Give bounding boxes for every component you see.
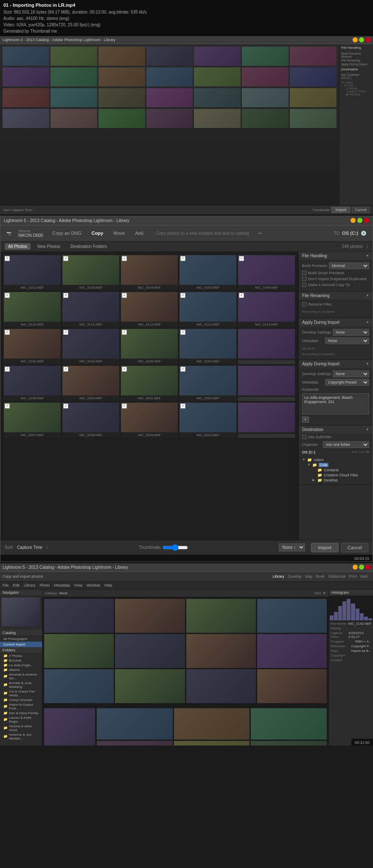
keywords-textarea[interactable]: La Jolla engagement, Beach Engagement, 2… — [302, 393, 369, 415]
lr-minimize-btn[interactable] — [353, 565, 358, 570]
close-btn[interactable] — [364, 218, 369, 223]
none-select[interactable]: None ↕ — [279, 543, 305, 551]
lr-folder-0[interactable]: 📁# Photos — [0, 654, 42, 658]
lr-tab-library[interactable]: Library — [273, 574, 285, 579]
menu-edit[interactable]: Edit — [13, 583, 20, 587]
lr-folder-6[interactable]: 📁Cal & Gracie Fan Wedd... — [0, 689, 42, 698]
lr-photo-cell-3[interactable] — [257, 599, 327, 633]
apply-during-import-header-1[interactable]: Apply During Import ▼ — [299, 318, 373, 326]
photo-check-10[interactable]: ✓ — [5, 330, 10, 335]
photo-grid-area[interactable]: ✓NIC_3102.NEF✓NIC_3103.NEF✓NIC_3104.NEF✓… — [0, 252, 298, 540]
mode-copy[interactable]: Copy — [89, 230, 106, 236]
photo-item-0[interactable]: ✓NIC_3102.NEF — [4, 255, 61, 290]
file-renaming-header[interactable]: File Renaming ▼ — [299, 292, 373, 300]
lr-photo-cell-10[interactable] — [186, 669, 256, 703]
lr-tab-print[interactable]: Print — [349, 574, 357, 579]
lr-close-btn[interactable] — [365, 565, 370, 570]
minimize-btn[interactable] — [351, 218, 356, 223]
photo-item-20[interactable]: ✓NIC_3207.NEF — [4, 403, 61, 438]
thumbnail-range-slider[interactable] — [163, 544, 188, 551]
lr-photo-cell-0[interactable] — [44, 599, 114, 633]
lr-folder-5[interactable]: 📁Arrivals & June Wedding — [0, 681, 42, 689]
tree-users[interactable]: ▼ 📁 Users — [302, 457, 369, 462]
photo-check-6[interactable]: ✓ — [63, 293, 68, 298]
photo-check-3[interactable]: ✓ — [180, 256, 185, 261]
lr-folder-7[interactable]: 📁Cheryl Ohanian — [0, 698, 42, 702]
lr-prev-2[interactable] — [97, 708, 173, 740]
tab-destination-folders[interactable]: Destination Folders — [67, 243, 110, 250]
lr-folder-11[interactable]: 📁Victoria & other shoot — [0, 724, 42, 732]
photo-item-9[interactable]: ✓NIC_3114.NEF — [238, 292, 295, 327]
destination-header[interactable]: Destination ▼ — [299, 426, 373, 434]
lr-folders-title[interactable]: Folders — [0, 647, 42, 654]
photo-item-24[interactable] — [238, 403, 295, 438]
lr-tab-web[interactable]: Web — [360, 574, 368, 579]
lr-folder-12[interactable]: 📁Vivienne & Jon Weddin... — [0, 732, 42, 741]
photo-check-23[interactable]: ✓ — [180, 403, 185, 409]
tree-cole[interactable]: ▼ 📁 Cole — [307, 462, 369, 467]
lr-folder-10[interactable]: 📁Lauren & Keith Engla... — [0, 715, 42, 724]
lr-tab-map[interactable]: Map — [305, 574, 313, 579]
photo-item-11[interactable]: ✓NIC_3192.NEF — [62, 329, 119, 364]
lr-catalog-all[interactable]: All Photographs — [0, 636, 42, 642]
build-previews-select[interactable]: Minimal — [329, 262, 369, 269]
mode-move[interactable]: Move — [111, 230, 127, 236]
photo-check-9[interactable]: ✓ — [239, 293, 244, 298]
menu-library[interactable]: Library — [24, 583, 36, 587]
top-close-btn[interactable] — [365, 37, 370, 42]
photo-item-13[interactable]: ✓NIC_3194.NEF — [179, 329, 236, 364]
lr-large-preview-1[interactable] — [44, 708, 95, 746]
lr-catalog-current[interactable]: Current Import — [0, 642, 42, 647]
lr-photo-cell-2[interactable] — [186, 599, 256, 633]
file-handling-header[interactable]: File Handling ▼ — [299, 252, 373, 260]
lr-photo-cell-1[interactable] — [115, 599, 185, 633]
photo-check-22[interactable]: ✓ — [122, 403, 127, 409]
photo-item-16[interactable]: ✓NIC_3200.NEF — [62, 366, 119, 401]
photo-item-5[interactable]: ✓NIC_3110.NEF — [4, 292, 61, 327]
photo-check-16[interactable]: ✓ — [63, 367, 68, 372]
photo-check-15[interactable]: ✓ — [5, 367, 10, 372]
photo-item-2[interactable]: ✓NIC_3104.NEF — [121, 255, 178, 290]
make-second-copy-checkbox[interactable] — [302, 283, 306, 287]
sort-value[interactable]: Capture Time — [17, 545, 42, 550]
build-smart-previews-checkbox[interactable] — [302, 271, 306, 275]
photo-item-6[interactable]: ✓NIC_3111.NEF — [62, 292, 119, 327]
import-button[interactable]: Import — [311, 543, 339, 552]
menu-file[interactable]: File — [3, 583, 9, 587]
mode-copy-dng[interactable]: Copy an DNG — [50, 230, 84, 236]
tree-desktop[interactable]: ▶ 📁 Desktop — [312, 478, 369, 483]
lr-folder-2[interactable]: 📁La Jolla Engla... — [0, 663, 42, 668]
photo-item-22[interactable]: ✓NIC_3209.NEF — [121, 403, 178, 438]
photo-check-18[interactable]: ✓ — [180, 367, 185, 372]
lr-folder-3[interactable]: 📁Alberta — [0, 668, 42, 672]
tab-new-photos[interactable]: New Photos — [34, 243, 64, 250]
lr-tab-develop[interactable]: Develop — [288, 574, 302, 579]
lr-photo-cell-5[interactable] — [115, 634, 185, 668]
lr-folder-8[interactable]: 📁Import to Export Prob... — [0, 702, 42, 711]
menu-view[interactable]: View — [74, 583, 82, 587]
photo-check-12[interactable]: ✓ — [122, 330, 127, 335]
photo-item-14[interactable] — [238, 329, 295, 364]
photo-check-11[interactable]: ✓ — [63, 330, 68, 335]
menu-window[interactable]: Window — [87, 583, 100, 587]
lr-photo-cell-4[interactable] — [44, 634, 114, 668]
photo-item-1[interactable]: ✓NIC_3103.NEF — [62, 255, 119, 290]
top-maximize-btn[interactable] — [359, 37, 364, 42]
photo-item-3[interactable]: ✓NIC_3105.NEF — [179, 255, 236, 290]
develop-settings-select-2[interactable]: None — [333, 370, 369, 377]
lr-photo-cell-7[interactable] — [257, 634, 327, 668]
photo-item-10[interactable]: ✓NIC_3191.NEF — [4, 329, 61, 364]
lr-maximize-btn[interactable] — [359, 565, 364, 570]
menu-help[interactable]: Help — [104, 583, 112, 587]
lr-photo-cell-11[interactable] — [257, 669, 327, 703]
lr-folder-9[interactable]: 📁Ken & Dana Family — [0, 711, 42, 715]
top-minimize-btn[interactable] — [353, 37, 358, 42]
lr-photo-cell-6[interactable] — [186, 634, 256, 668]
photo-check-7[interactable]: ✓ — [122, 293, 127, 298]
mode-add[interactable]: Add — [132, 230, 146, 236]
lr-folder-4[interactable]: 📁Amanda & Andrew Wo... — [0, 672, 42, 681]
photo-item-17[interactable]: ✓NIC_3201.NEF — [121, 366, 178, 401]
photo-item-7[interactable]: ✓NIC_3112.NEF — [121, 292, 178, 327]
apply-during-import-header-2[interactable]: Apply During Import ▼ — [299, 360, 373, 368]
photo-check-2[interactable]: ✓ — [122, 256, 127, 261]
